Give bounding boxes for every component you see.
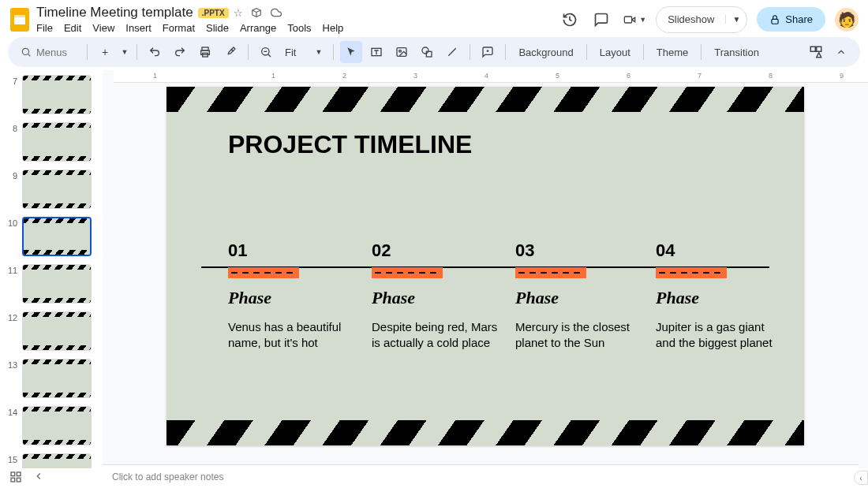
slide-number: 8	[8, 122, 17, 133]
undo-button[interactable]	[144, 41, 166, 63]
apps-icon[interactable]	[805, 41, 827, 63]
layout-button[interactable]: Layout	[593, 41, 637, 63]
slide-number: 7	[8, 75, 17, 86]
svg-point-5	[22, 48, 28, 54]
new-slide-button[interactable]: +	[94, 41, 116, 63]
phase-number: 02	[372, 240, 502, 261]
transition-button[interactable]: Transition	[708, 41, 765, 63]
slide-number: 13	[8, 359, 17, 370]
search-input[interactable]	[36, 47, 76, 58]
menu-arrange[interactable]: Arrange	[240, 22, 276, 34]
phase-marker	[656, 267, 727, 278]
ruler-horizontal: 1123456789	[114, 70, 868, 83]
grid-view-icon[interactable]	[9, 471, 22, 483]
phase-marker	[228, 267, 299, 278]
image-tool[interactable]	[391, 41, 413, 63]
slide-thumbnail[interactable]	[22, 406, 92, 445]
slideshow-main[interactable]: Slideshow	[657, 13, 725, 25]
svg-point-13	[422, 47, 428, 54]
slide[interactable]: PROJECT TIMELINE 01 Phase Venus has a be…	[166, 87, 804, 445]
show-side-panel-icon[interactable]: ‹	[854, 471, 868, 485]
slide-thumbnail[interactable]	[22, 311, 92, 351]
slide-thumbnail[interactable]	[22, 264, 92, 304]
svg-rect-2	[14, 15, 25, 17]
speaker-notes[interactable]: Click to add speaker notes	[103, 464, 859, 488]
timeline-phase[interactable]: 03 Phase Mercury is the closest planet t…	[515, 240, 645, 352]
slide-thumbnail[interactable]	[22, 217, 92, 256]
menu-tools[interactable]: Tools	[287, 22, 311, 34]
slide-panel[interactable]: 7 8 9 10 11 12 13 14 15	[0, 70, 103, 468]
zoom-tool[interactable]	[255, 41, 277, 63]
phase-description: Despite being red, Mars is actually a co…	[372, 319, 502, 352]
bottom-left-controls	[9, 471, 44, 483]
new-slide-dropdown[interactable]: ▼	[119, 41, 130, 63]
menu-file[interactable]: File	[36, 22, 53, 34]
phase-number: 04	[656, 240, 786, 261]
svg-rect-18	[17, 472, 21, 476]
hazard-border-top	[166, 87, 804, 112]
phase-number: 01	[228, 240, 358, 261]
theme-button[interactable]: Theme	[650, 41, 694, 63]
hazard-border-bottom	[166, 420, 804, 445]
slide-thumbnail[interactable]	[22, 75, 92, 114]
workspace: 7 8 9 10 11 12 13 14 15 1123456789 PROJE…	[0, 70, 868, 468]
menu-insert[interactable]: Insert	[125, 22, 152, 34]
textbox-tool[interactable]	[365, 41, 387, 63]
slide-thumbnail[interactable]	[22, 122, 92, 162]
menu-edit[interactable]: Edit	[64, 22, 81, 34]
toolbar: + ▼ Fit▼ Background Layout Theme Transit…	[8, 37, 860, 67]
titlebar: Timeline Meeting template .PPTX ☆ File E…	[0, 0, 868, 34]
slide-number: 10	[8, 217, 17, 228]
menu-slide[interactable]: Slide	[206, 22, 229, 34]
svg-rect-20	[17, 478, 21, 482]
shape-tool[interactable]	[416, 41, 438, 63]
menu-format[interactable]: Format	[163, 22, 195, 34]
meet-icon[interactable]: ▼	[622, 9, 646, 31]
svg-rect-19	[11, 478, 15, 482]
user-avatar[interactable]: 🧑	[835, 8, 859, 32]
move-icon[interactable]	[251, 7, 262, 19]
svg-rect-15	[810, 47, 815, 51]
search-menus[interactable]	[16, 47, 80, 58]
slide-thumbnail[interactable]	[22, 359, 92, 398]
print-button[interactable]	[194, 41, 216, 63]
phase-description: Jupiter is a gas giant and the biggest p…	[656, 319, 786, 352]
menu-help[interactable]: Help	[323, 22, 344, 34]
phase-description: Venus has a beautiful name, but it's hot	[228, 319, 358, 352]
menubar: File Edit View Insert Format Slide Arran…	[36, 22, 552, 34]
svg-rect-4	[772, 19, 778, 24]
star-icon[interactable]: ☆	[234, 7, 243, 19]
cloud-status-icon[interactable]	[270, 7, 282, 19]
slides-logo-icon[interactable]	[9, 9, 30, 30]
background-button[interactable]: Background	[512, 41, 579, 63]
history-icon[interactable]	[559, 9, 581, 31]
slide-number: 14	[8, 406, 17, 417]
slideshow-dropdown[interactable]: ▼	[725, 15, 746, 24]
collapse-toolbar-icon[interactable]	[830, 41, 852, 63]
svg-rect-16	[817, 47, 821, 51]
select-tool[interactable]	[340, 41, 362, 63]
phase-marker	[515, 267, 586, 278]
comments-icon[interactable]	[590, 9, 612, 31]
redo-button[interactable]	[169, 41, 191, 63]
format-badge: .PPTX	[198, 8, 229, 18]
slide-title[interactable]: PROJECT TIMELINE	[228, 130, 472, 159]
timeline-phase[interactable]: 02 Phase Despite being red, Mars is actu…	[372, 240, 502, 352]
timeline-phase[interactable]: 01 Phase Venus has a beautiful name, but…	[228, 240, 358, 352]
document-title[interactable]: Timeline Meeting template	[36, 5, 193, 20]
slide-thumbnail[interactable]	[22, 169, 92, 209]
slide-thumbnail[interactable]	[22, 453, 92, 468]
menu-view[interactable]: View	[92, 22, 114, 34]
paint-format-button[interactable]	[219, 41, 241, 63]
collapse-panel-icon[interactable]	[33, 471, 44, 483]
slide-canvas-wrapper: PROJECT TIMELINE 01 Phase Venus has a be…	[103, 83, 868, 468]
timeline-phase[interactable]: 04 Phase Jupiter is a gas giant and the …	[656, 240, 786, 352]
share-button[interactable]: Share	[757, 7, 825, 32]
comment-tool[interactable]	[477, 41, 499, 63]
document-info: Timeline Meeting template .PPTX ☆ File E…	[36, 5, 552, 34]
canvas-area: 1123456789 PROJECT TIMELINE 01 Phase Ven…	[103, 70, 868, 468]
zoom-select[interactable]: Fit▼	[280, 47, 327, 58]
svg-rect-17	[11, 472, 15, 476]
phase-marker	[372, 267, 443, 278]
line-tool[interactable]	[441, 41, 463, 63]
